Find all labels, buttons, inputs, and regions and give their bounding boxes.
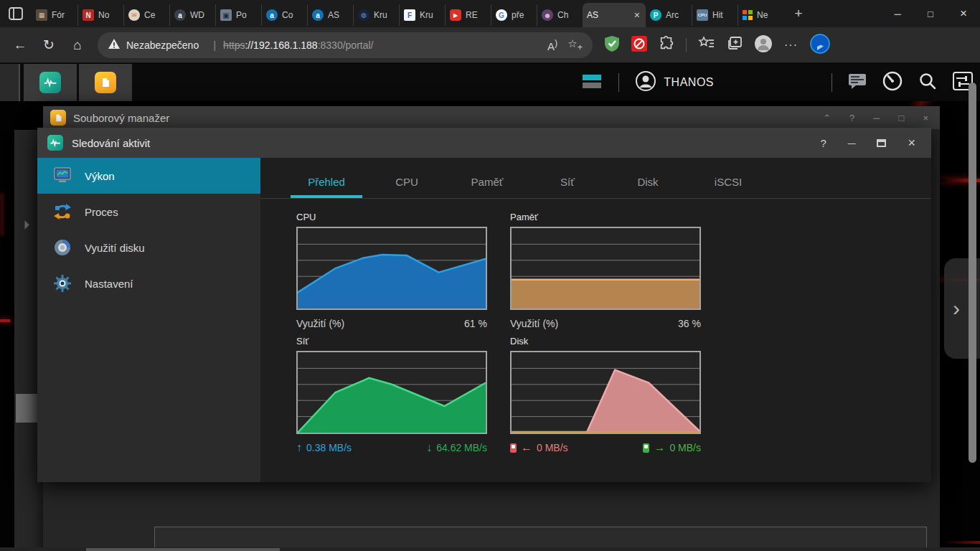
- read-aloud-icon[interactable]: A): [547, 38, 557, 52]
- file-manager-window-controls: ⌃?─□×: [823, 113, 933, 123]
- sidebar-item-process[interactable]: Proces: [37, 194, 260, 230]
- browser-close-button[interactable]: ×: [947, 0, 980, 27]
- file-manager-titlebar[interactable]: Souborový manažer ⌃?─□×: [43, 106, 940, 129]
- browser-minimize-button[interactable]: ─: [881, 0, 914, 27]
- chart-cpu: CPUVyužití (%)61 %: [296, 212, 487, 331]
- browser-window-controls: ─ □ ×: [881, 0, 980, 27]
- extensions-puzzle-icon[interactable]: [659, 36, 674, 55]
- chart-panel: [510, 351, 701, 434]
- browser-tab[interactable]: CPUHit: [692, 4, 738, 26]
- tab-close-icon[interactable]: ×: [633, 9, 641, 21]
- url-scheme: https: [223, 39, 245, 51]
- close-button[interactable]: ×: [908, 136, 915, 151]
- help-button[interactable]: ?: [821, 137, 826, 149]
- page-scrollbar-thumb[interactable]: [969, 83, 976, 463]
- browser-tab[interactable]: NNo: [77, 4, 123, 26]
- tab-label: AS: [328, 10, 339, 20]
- add-favorite-icon[interactable]: ☆+: [567, 37, 583, 52]
- sidebar-item-performance[interactable]: Výkon: [37, 158, 260, 194]
- tab-label: RE: [466, 10, 478, 20]
- profile-avatar-icon[interactable]: [754, 34, 773, 56]
- browser-tab[interactable]: aAS: [307, 4, 353, 26]
- taskbar-app-activity-monitor[interactable]: [24, 64, 77, 101]
- system-monitor-gauge-icon[interactable]: [882, 71, 903, 94]
- tab-label: Co: [282, 10, 293, 20]
- activity-monitor-titlebar[interactable]: Sledování aktivit ? ─ ×: [37, 128, 931, 158]
- browser-tab[interactable]: aCo: [261, 4, 307, 26]
- tab-label: Po: [236, 10, 247, 20]
- browser-tab[interactable]: Gpře: [491, 4, 537, 26]
- tab-label: No: [98, 10, 109, 20]
- taskbar-app-file-manager[interactable]: [79, 64, 132, 101]
- vertical-tabs-icon[interactable]: [0, 0, 32, 27]
- sidebar-item-settings[interactable]: Nastavení: [37, 265, 260, 301]
- tab-favicon: ✉: [128, 9, 140, 21]
- sidebar-item-disk-usage[interactable]: Využití disku: [37, 230, 260, 265]
- address-bar[interactable]: Nezabezpečeno | https://192.168.1.188:83…: [98, 32, 593, 58]
- browser-restore-button[interactable]: □: [914, 0, 947, 27]
- browser-tab[interactable]: Ne: [738, 4, 783, 26]
- minimize-button[interactable]: ─: [848, 137, 856, 149]
- tab-label: Ce: [144, 10, 155, 20]
- browser-tab-active[interactable]: AS×: [583, 3, 646, 27]
- tab-síť[interactable]: Síť: [527, 176, 608, 198]
- tab-favicon: N: [83, 9, 94, 21]
- tab-label: WD: [190, 10, 204, 20]
- url-path: :8330/portal/: [318, 39, 374, 51]
- tab-přehled[interactable]: Přehled: [286, 176, 367, 198]
- notifications-chat-icon[interactable]: [848, 72, 867, 93]
- chart-current-value: 36 %: [678, 318, 701, 329]
- read-arrow-icon: ←: [521, 442, 532, 453]
- upload-value: 0.38 MB/s: [306, 442, 352, 453]
- taskbar-peek: [86, 548, 280, 551]
- chart-panel: [510, 227, 701, 310]
- search-icon[interactable]: [918, 72, 937, 93]
- user-menu[interactable]: THANOS: [635, 70, 714, 95]
- maximize-button[interactable]: [877, 139, 886, 147]
- upload-arrow-icon: ↑: [296, 442, 302, 453]
- browser-tab[interactable]: ▣Po: [215, 4, 261, 26]
- browser-tab[interactable]: ◍Kru: [353, 4, 399, 26]
- tab-cpu[interactable]: CPU: [367, 176, 447, 198]
- browser-tab[interactable]: FKru: [399, 4, 445, 26]
- tab-paměť[interactable]: Paměť: [447, 176, 527, 198]
- favorites-bar-icon[interactable]: [698, 36, 715, 55]
- portal-taskbar-edge: [0, 64, 20, 101]
- adguard-shield-icon[interactable]: [604, 35, 620, 55]
- sidebar-item-label: Nastavení: [85, 278, 133, 290]
- tab-iscsi[interactable]: iSCSI: [688, 176, 768, 198]
- adblock-stop-icon[interactable]: [631, 36, 647, 55]
- disk-usage-icon: [53, 237, 77, 258]
- file-manager-control[interactable]: ×: [923, 113, 928, 123]
- show-desktop-icon[interactable]: [581, 72, 603, 93]
- file-manager-control[interactable]: ⌃: [823, 113, 831, 123]
- bing-sidebar-icon[interactable]: [809, 33, 831, 57]
- browser-tab[interactable]: aWD: [169, 4, 215, 26]
- back-icon[interactable]: ←: [6, 32, 34, 58]
- browser-tab[interactable]: ▦Fór: [32, 4, 77, 26]
- browser-tab[interactable]: ✉Ce: [123, 4, 169, 26]
- home-icon[interactable]: ⌂: [63, 32, 92, 58]
- security-warning-label[interactable]: Nezabezpečeno: [126, 39, 199, 51]
- collections-icon[interactable]: [727, 36, 743, 55]
- new-tab-button[interactable]: +: [788, 3, 809, 24]
- tab-label: Ch: [557, 10, 568, 20]
- tab-disk[interactable]: Disk: [608, 176, 688, 198]
- browser-menu-icon[interactable]: ···: [784, 39, 798, 52]
- file-manager-control[interactable]: □: [899, 113, 905, 123]
- file-manager-control[interactable]: ─: [873, 113, 880, 123]
- file-manager-control[interactable]: ?: [849, 113, 854, 123]
- tab-label: Ne: [757, 10, 768, 20]
- chart-disk: Disk←0 MB/s→0 MB/s: [510, 336, 701, 456]
- browser-tab[interactable]: ▶RE: [445, 4, 491, 26]
- refresh-icon[interactable]: ↻: [34, 32, 63, 58]
- activity-content: PřehledCPUPaměťSíťDiskiSCSI CPUVyužití (…: [260, 158, 931, 482]
- file-manager-icon: [50, 110, 66, 126]
- browser-tab[interactable]: ☻Ch: [537, 4, 583, 26]
- tree-expander-icon[interactable]: [20, 220, 29, 230]
- chart-title: Síť: [296, 336, 487, 347]
- browser-tab[interactable]: PArc: [646, 4, 692, 26]
- sidebar-item-label: Proces: [85, 206, 118, 218]
- tab-favicon: ▶: [450, 9, 461, 21]
- extension-area: ···: [604, 33, 835, 57]
